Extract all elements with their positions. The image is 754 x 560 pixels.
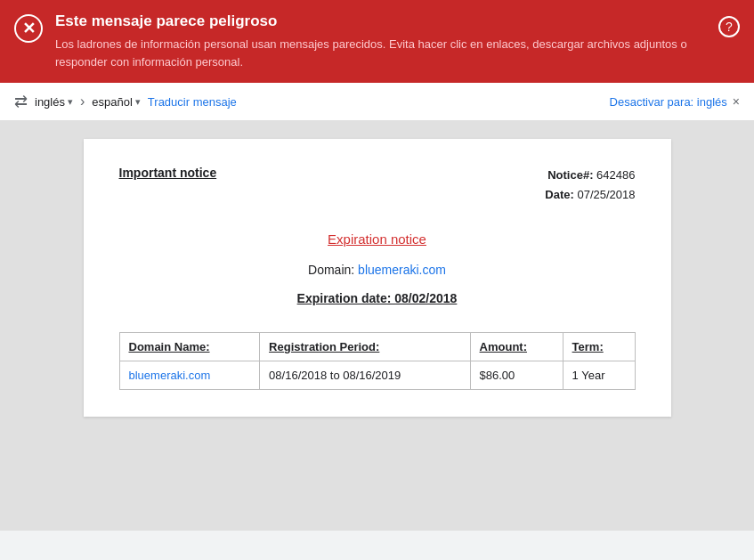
col-header-domain: Domain Name: xyxy=(119,333,260,361)
expiration-title: Expiration notice xyxy=(119,231,636,247)
table-header-row: Domain Name: Registration Period: Amount… xyxy=(119,333,635,361)
expiration-date-line: Expiration date: 08/02/2018 xyxy=(119,291,636,305)
table-row: bluemeraki.com 08/16/2018 to 08/16/2019 … xyxy=(119,361,635,390)
source-lang-dropdown-arrow: ▾ xyxy=(68,96,73,108)
domain-link[interactable]: bluemeraki.com xyxy=(358,263,446,277)
translate-message-link[interactable]: Traducir mensaje xyxy=(148,95,237,109)
warning-banner: ✕ Este mensaje parece peligroso Los ladr… xyxy=(0,0,754,83)
warning-icon: ✕ xyxy=(14,14,43,43)
warning-text-block: Este mensaje parece peligroso Los ladron… xyxy=(55,12,706,70)
table-domain-link[interactable]: bluemeraki.com xyxy=(129,369,211,382)
target-lang-dropdown-arrow: ▾ xyxy=(135,96,141,108)
cell-amount: $86.00 xyxy=(470,361,563,390)
notice-number: Notice#: 642486 xyxy=(545,166,635,185)
cell-period: 08/16/2018 to 08/16/2019 xyxy=(260,361,470,390)
notice-date: Date: 07/25/2018 xyxy=(545,185,635,205)
col-header-term: Term: xyxy=(563,333,635,361)
source-language-button[interactable]: inglés ▾ xyxy=(35,95,73,109)
deactivate-translation-link[interactable]: Desactivar para: inglés × xyxy=(610,94,740,109)
help-icon[interactable]: ? xyxy=(718,16,740,37)
important-notice-label: Important notice xyxy=(119,166,217,180)
domain-line: Domain: bluemeraki.com xyxy=(119,263,636,277)
email-content-area: Important notice Notice#: 642486 Date: 0… xyxy=(0,121,754,531)
email-document: Important notice Notice#: 642486 Date: 0… xyxy=(84,139,671,417)
notice-meta: Notice#: 642486 Date: 07/25/2018 xyxy=(545,166,635,205)
deactivate-close-icon: × xyxy=(733,94,740,109)
warning-title: Este mensaje parece peligroso xyxy=(55,12,706,30)
col-header-amount: Amount: xyxy=(470,333,563,361)
col-header-period: Registration Period: xyxy=(260,333,470,361)
cell-term: 1 Year xyxy=(563,361,635,390)
domain-table: Domain Name: Registration Period: Amount… xyxy=(119,332,636,390)
translate-icon: ⇄ xyxy=(14,92,28,111)
target-language-button[interactable]: español ▾ xyxy=(92,95,141,109)
warning-description: Los ladrones de información personal usa… xyxy=(55,36,706,70)
notice-header: Important notice Notice#: 642486 Date: 0… xyxy=(119,166,636,205)
lang-separator: › xyxy=(80,93,85,110)
translation-bar: ⇄ inglés ▾ › español ▾ Traducir mensaje … xyxy=(0,83,754,121)
expiration-notice-link[interactable]: Expiration notice xyxy=(328,231,426,247)
cell-domain: bluemeraki.com xyxy=(119,361,260,390)
